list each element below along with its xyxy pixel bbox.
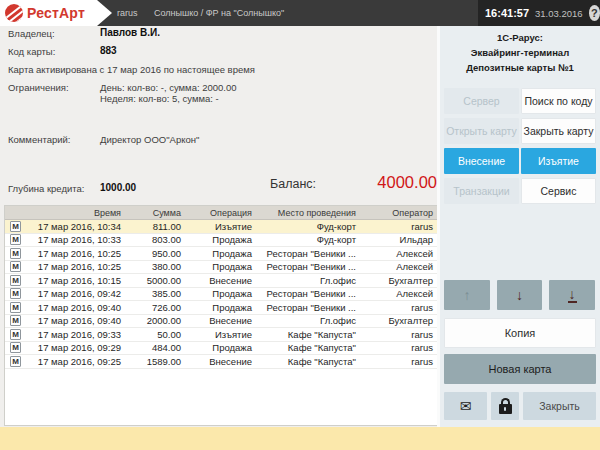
magnetic-card-icon: M [10, 248, 21, 259]
cell-operator: Бухгалтер [358, 275, 437, 286]
cell-sum: 5000.00 [125, 275, 185, 286]
envelope-icon: ✉ [460, 398, 472, 414]
cell-operator: rarus [358, 221, 437, 232]
cell-card-type: M [5, 261, 29, 272]
terminal-title: 1С-Рарус: Эквайринг-терминал Депозитные … [442, 30, 598, 75]
table-row[interactable]: M17 мар 2016, 10:33803.00ПродажаФуд-корт… [5, 234, 437, 248]
table-row[interactable]: M17 мар 2016, 09:402000.00ВнесениеГл.офи… [5, 315, 437, 329]
table-row[interactable]: M17 мар 2016, 09:3350.00ИзъятиеКафе "Кап… [5, 328, 437, 342]
cell-sum: 811.00 [125, 221, 185, 232]
table-row[interactable]: M17 мар 2016, 09:40726.00ПродажаРесторан… [5, 301, 437, 315]
magnetic-card-icon: M [10, 356, 21, 367]
cell-operator: Бухгалтер [358, 315, 437, 326]
cell-time: 17 мар 2016, 09:25 [29, 356, 125, 367]
deposit-button[interactable]: Внесение [444, 148, 519, 174]
search-by-code-button[interactable]: Поиск по коду [521, 88, 596, 114]
table-row[interactable]: M17 мар 2016, 10:25950.00ПродажаРесторан… [5, 247, 437, 261]
cell-operator: Алексей [358, 248, 437, 259]
cell-operation: Продажа [185, 302, 260, 313]
header-sum: Сумма [125, 208, 185, 218]
cell-place: Кафе "Капуста" [260, 342, 358, 353]
current-date: 31.03.2016 [535, 8, 583, 19]
clock-block: 16:41:57 31.03.2016 ? [478, 0, 600, 26]
cell-sum: 726.00 [125, 302, 185, 313]
cell-card-type: M [5, 288, 29, 299]
title-bar: РестАрт rarus Солнышко / ФР на "Солнышко… [0, 0, 600, 26]
cell-place: Ресторан "Веники ... [260, 288, 358, 299]
cell-place: Кафе "Капуста" [260, 329, 358, 340]
magnetic-card-icon: M [10, 315, 21, 326]
cell-operation: Продажа [185, 261, 260, 272]
transactions-table[interactable]: Время Сумма Операция Место проведения Оп… [4, 205, 438, 426]
scroll-down-button[interactable]: ↓ [497, 280, 542, 310]
magnetic-card-icon: M [10, 288, 21, 299]
cell-time: 17 мар 2016, 10:15 [29, 275, 125, 286]
cell-sum: 950.00 [125, 248, 185, 259]
close-button[interactable]: Закрыть [523, 392, 596, 420]
cell-operator: rarus [358, 302, 437, 313]
transactions-button: Транзакции [444, 178, 519, 204]
magnetic-card-icon: M [10, 234, 21, 245]
lock-button[interactable] [491, 392, 519, 420]
cell-card-type: M [5, 315, 29, 326]
table-row[interactable]: M17 мар 2016, 09:42385.00ПродажаРесторан… [5, 288, 437, 302]
help-icon[interactable]: ? [589, 5, 600, 21]
new-card-button[interactable]: Новая карта [444, 354, 596, 384]
header-operator: Оператор [358, 208, 437, 218]
header-operation: Операция [185, 208, 260, 218]
cell-place: Гл.офис [260, 315, 358, 326]
current-time: 16:41:57 [485, 7, 529, 19]
card-code-value: 883 [100, 45, 117, 56]
cell-operator: Алексей [358, 288, 437, 299]
table-row[interactable]: M17 мар 2016, 10:25380.00ПродажаРесторан… [5, 261, 437, 275]
open-card-button: Открыть карту [444, 118, 519, 144]
cell-time: 17 мар 2016, 10:33 [29, 234, 125, 245]
restart-pos-window: РестАрт rarus Солнышко / ФР на "Солнышко… [0, 0, 600, 450]
table-row[interactable]: M17 мар 2016, 09:251589.00ВнесениеКафе "… [5, 355, 437, 369]
scroll-up-button: ↑ [444, 280, 490, 310]
up-arrow-icon: ↑ [464, 287, 471, 303]
terminal-title-line3: Депозитные карты №1 [442, 60, 598, 75]
cell-sum: 380.00 [125, 261, 185, 272]
terminal-title-line2: Эквайринг-терминал [442, 45, 598, 60]
table-row[interactable]: M17 мар 2016, 10:155000.00ВнесениеГл.офи… [5, 274, 437, 288]
close-card-button[interactable]: Закрыть карту [521, 118, 596, 144]
cell-card-type: M [5, 342, 29, 353]
cell-place: Фуд-корт [260, 221, 358, 232]
cell-time: 17 мар 2016, 09:40 [29, 315, 125, 326]
restart-logo-icon [5, 4, 23, 22]
copy-button[interactable]: Копия [444, 318, 596, 348]
cell-sum: 803.00 [125, 234, 185, 245]
cell-operation: Внесение [185, 275, 260, 286]
current-user: rarus [117, 8, 138, 18]
terminal-title-line1: 1С-Рарус: [442, 30, 598, 45]
table-row[interactable]: M17 мар 2016, 10:34811.00ИзъятиеФуд-корт… [5, 220, 437, 234]
scroll-to-end-button[interactable]: ↓ [549, 280, 595, 310]
credit-depth-value: 1000.00 [100, 182, 136, 193]
lock-icon [499, 398, 512, 414]
service-button[interactable]: Сервис [521, 178, 596, 204]
withdraw-button[interactable]: Изъятие [521, 148, 596, 174]
cell-operator: Алексей [358, 261, 437, 272]
cell-operation: Внесение [185, 356, 260, 367]
transaction-rows: M17 мар 2016, 10:34811.00ИзъятиеФуд-корт… [5, 220, 437, 369]
cell-operator: Ильдар [358, 234, 437, 245]
cell-card-type: M [5, 221, 29, 232]
table-row[interactable]: M17 мар 2016, 09:29484.00ПродажаКафе "Ка… [5, 342, 437, 356]
cell-place: Кафе "Капуста" [260, 356, 358, 367]
card-code-label: Код карты: [8, 46, 55, 57]
header-time: Время [29, 208, 125, 218]
message-button[interactable]: ✉ [444, 392, 487, 420]
cell-sum: 1589.00 [125, 356, 185, 367]
cell-operation: Изъятие [185, 329, 260, 340]
credit-depth-label: Глубина кредита: [8, 183, 84, 194]
cell-time: 17 мар 2016, 10:34 [29, 221, 125, 232]
owner-label: Владелец: [8, 28, 55, 39]
cell-operator: rarus [358, 329, 437, 340]
cell-operation: Изъятие [185, 221, 260, 232]
app-name: РестАрт [27, 5, 85, 21]
cell-operation: Внесение [185, 315, 260, 326]
cell-time: 17 мар 2016, 09:42 [29, 288, 125, 299]
cell-operation: Продажа [185, 248, 260, 259]
cell-operation: Продажа [185, 234, 260, 245]
